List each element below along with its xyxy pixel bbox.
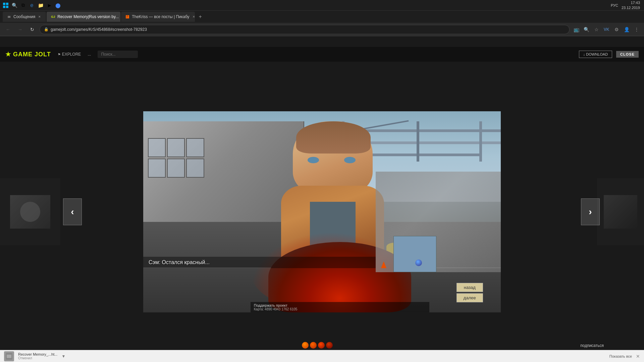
tab-gamejolt[interactable]: GJ Recover Memory|Rus version by... ✕ (47, 12, 120, 22)
prev-arrow-symbol: ‹ (71, 206, 74, 217)
main-content: ‹ (0, 62, 644, 362)
window-pane-3 (186, 138, 204, 157)
game-screenshot: Сэм: Остался красный... назад далее Подд… (143, 111, 501, 312)
svg-rect-0 (3, 3, 5, 5)
account-icon[interactable]: 👤 (623, 25, 631, 34)
system-clock: 17:43 23.12.2019 (622, 0, 640, 10)
windows-icon[interactable] (3, 2, 9, 8)
dialog-buttons: назад далее (457, 283, 483, 302)
support-overlay: Поддержать проект Карта: 4890 4943 1762 … (251, 302, 429, 312)
tab-pikabu[interactable]: 🅿 TheKriss — все посты | Пикабу ✕ (121, 12, 195, 22)
language-indicator: РУС (611, 3, 618, 7)
new-tab-button[interactable]: + (196, 12, 205, 21)
orb-4 (326, 342, 333, 349)
taskbar-right: РУС 17:43 23.12.2019 (611, 0, 644, 10)
show-all-button[interactable]: Показать все (609, 354, 632, 358)
notification-thumbnail (4, 351, 14, 361)
svg-rect-5 (7, 355, 11, 358)
more-nav-item[interactable]: ... (88, 52, 91, 57)
media-icon[interactable]: ▶ (46, 2, 52, 8)
next-thumbnail (597, 178, 644, 245)
gamejolt-favicon: GJ (51, 14, 55, 19)
notification-content: Recover Memory_...ht... Отменил (18, 352, 57, 360)
edge-browser-icon[interactable]: e (29, 2, 35, 8)
window-pane-2 (167, 138, 185, 157)
address-bar: ← → ↻ 🔒 gamejolt.com/games/KrS/454868#sc… (0, 23, 644, 36)
orb-1 (302, 342, 309, 349)
window-pane-1 (148, 138, 166, 157)
next-dialog-button[interactable]: далее (457, 293, 483, 302)
menu-icon[interactable]: ⋮ (633, 25, 641, 34)
explore-nav-item[interactable]: ⚑ EXPLORE (58, 52, 81, 57)
traffic-cone (381, 261, 386, 268)
search-icon-addr[interactable]: 🔍 (582, 25, 590, 34)
tab-messages-close[interactable]: ✕ (37, 14, 42, 19)
pikabu-favicon: 🅿 (125, 14, 130, 19)
screenshot-container: Сэм: Остался красный... назад далее Подд… (143, 111, 501, 312)
vk-icon[interactable]: VK (602, 25, 610, 34)
address-bar-right: 📺 🔍 ☆ VK ⚙ 👤 ⋮ (572, 25, 641, 34)
url-text: gamejolt.com/games/KrS/454868#screenshot… (51, 27, 147, 32)
orbs-area (302, 342, 333, 349)
subscribe-text: подписаться (580, 343, 604, 348)
orb-2 (310, 342, 317, 349)
next-nav-arrow[interactable]: › (581, 198, 600, 225)
support-text: Поддержать проект (254, 303, 426, 307)
window-pane-5 (167, 159, 185, 178)
search-input[interactable] (98, 51, 138, 58)
taskview-icon[interactable]: ⧉ (20, 2, 26, 8)
gamejolt-header: ★ GAME JOLT ⚑ EXPLORE ... ↓ DOWNLOAD CLO… (0, 47, 644, 62)
windows-group (148, 138, 204, 178)
window-pane-4 (148, 159, 166, 178)
url-input[interactable]: 🔒 gamejolt.com/games/KrS/454868#screensh… (40, 25, 570, 34)
tab-bar: ✉ Сообщения ✕ GJ Recover Memory|Rus vers… (0, 11, 644, 23)
bookmark-icon[interactable]: ☆ (592, 25, 600, 34)
prev-nav-arrow[interactable]: ‹ (63, 198, 82, 225)
subtitle-bar: Сэм: Остался красный... (143, 257, 376, 268)
subtitle-text: Сэм: Остался красный... (149, 259, 210, 265)
taskbar-left: 🔍 ⧉ e 📁 ▶ ⬤ (0, 2, 61, 8)
tab-gamejolt-label: Recover Memory|Rus version by... (57, 14, 119, 19)
svg-rect-1 (6, 3, 8, 5)
cast-icon[interactable]: 📺 (572, 25, 580, 34)
window-pane-6 (186, 159, 204, 178)
tab-messages-label: Сообщения (13, 14, 35, 19)
notification-bar: Recover Memory_...ht... Отменил ▼ Показа… (0, 350, 644, 362)
prev-thumbnail (0, 178, 60, 245)
back-button[interactable]: ← (3, 25, 13, 34)
search-icon[interactable]: 🔍 (11, 2, 17, 8)
extensions-icon[interactable]: ⚙ (612, 25, 621, 34)
svg-rect-3 (6, 6, 8, 8)
notification-right: Показать все ✕ (609, 354, 640, 359)
forward-button[interactable]: → (15, 25, 25, 34)
shipping-container (393, 236, 436, 272)
tab-messages[interactable]: ✉ Сообщения ✕ (3, 12, 46, 22)
svg-rect-2 (3, 6, 5, 8)
browser-chrome: ✉ Сообщения ✕ GJ Recover Memory|Rus vers… (0, 11, 644, 36)
notification-title: Recover Memory_...ht... (18, 352, 57, 356)
taskbar: 🔍 ⧉ e 📁 ▶ ⬤ РУС 17:43 23.12.2019 (0, 0, 644, 11)
dismiss-notification-button[interactable]: ✕ (636, 354, 640, 359)
tab-pikabu-label: TheKriss — все посты | Пикабу (132, 14, 189, 19)
orb-3 (318, 342, 325, 349)
gamejolt-header-right: ↓ DOWNLOAD CLOSE (579, 51, 639, 58)
messages-favicon: ✉ (7, 14, 11, 19)
gamejolt-logo: ★ GAME JOLT (5, 51, 51, 58)
notification-expand[interactable]: ▼ (61, 354, 65, 359)
explorer-icon[interactable]: 📁 (38, 2, 44, 8)
close-button[interactable]: CLOSE (616, 51, 639, 58)
notification-status: Отменил (18, 356, 57, 360)
tab-pikabu-close[interactable]: ✕ (192, 14, 195, 19)
back-dialog-button[interactable]: назад (457, 283, 483, 292)
download-button[interactable]: ↓ DOWNLOAD (579, 51, 612, 58)
chrome-icon[interactable]: ⬤ (55, 2, 61, 8)
refresh-button[interactable]: ↻ (28, 25, 37, 34)
card-info: Карта: 4890 4943 1762 6105 (254, 307, 426, 311)
next-arrow-symbol: › (589, 206, 592, 217)
